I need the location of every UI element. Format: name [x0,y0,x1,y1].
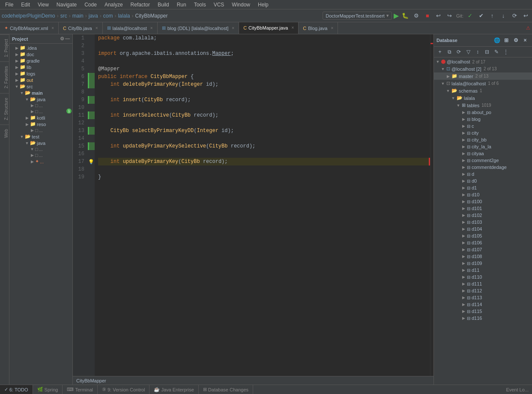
git-history[interactable]: ⟳ [510,11,519,21]
git-checkmark[interactable]: ✓ [465,11,475,21]
menu-file[interactable]: File [2,1,17,9]
collapse-arrow-icon[interactable]: ▶ [25,122,29,126]
expand-arrow-icon[interactable]: ▶ [461,192,466,197]
close-icon[interactable]: × [331,26,333,30]
collapse-arrow-icon[interactable]: ▶ [30,153,34,157]
sidebar-item-structure[interactable]: Z: Structure [0,93,9,124]
menu-view[interactable]: View [34,1,52,9]
tree-item-lib[interactable]: ▶ 📁 lib [9,64,72,70]
filter-button[interactable]: ▽ [464,48,472,56]
db-table-c[interactable]: ▶ ⊟ c [434,123,532,129]
tree-item-test-java-sub1[interactable]: ▼ □ ... [9,146,72,152]
git-update[interactable]: ↑ [487,11,497,21]
breadcrumb-src[interactable]: src [60,13,67,19]
db-table-city-la-la[interactable]: ▶ ⊟ city_la_la [434,143,532,150]
tree-item-test[interactable]: ▼ 📂 test [9,133,72,140]
expand-arrow-icon[interactable]: ▶ [461,268,466,272]
expand-arrow-icon[interactable]: ▶ [461,289,466,293]
add-db-button[interactable]: + [436,48,444,56]
expand-arrow-icon[interactable]: ▶ [461,144,466,149]
collapse-arrow-icon[interactable]: ▶ [30,159,34,164]
bottom-tab-java-enterprise[interactable]: ☕ Java Enterprise [149,385,198,394]
menu-code[interactable]: Code [81,1,100,9]
sync-button[interactable]: ↕ [473,48,482,56]
gear-icon[interactable]: ⚙ [511,36,520,45]
db-item-localhost2[interactable]: ▼ ⊡ @localhost [2] 2 of 13 [434,65,532,72]
db-table-city-bb[interactable]: ▶ ⊟ city_bb [434,136,532,143]
close-icon[interactable]: × [291,25,294,30]
db-table-d116[interactable]: ▶ ⊟ d116 [434,315,532,322]
expand-arrow-icon[interactable]: ▼ [441,67,445,71]
db-item-tables[interactable]: ▼ ⊞ tables 1019 [434,102,532,109]
tree-item-java-sub2[interactable]: ▶ □ ... 1 [9,108,72,114]
db-table-about-po[interactable]: ▶ ⊟ about_po [434,109,532,116]
expand-arrow-icon[interactable]: ▼ [451,96,455,100]
db-table-d1[interactable]: ▶ ⊟ d1 [434,184,532,191]
run-config-selector[interactable]: DoctorMapperTest.testinsert ▾ [323,12,392,20]
expand-arrow-icon[interactable]: ▶ [461,138,466,142]
expand-arrow-icon[interactable]: ▶ [461,316,466,320]
tab-citybb-java[interactable]: C CityBb.java × [59,22,102,34]
tree-item-main[interactable]: ▼ 📂 main [9,90,72,96]
refresh-button[interactable]: ⟳ [454,48,463,56]
collapse-arrow-icon[interactable]: ▼ [25,141,29,145]
db-table-d[interactable]: ▶ ⊟ d [434,171,532,177]
expand-arrow-icon[interactable]: ▶ [461,227,466,231]
debug-button[interactable]: 🐛 [400,11,410,21]
db-table-d11[interactable]: ▶ ⊟ d11 [434,267,532,274]
tree-item-reso-sub1[interactable]: ▶ □ ... [9,127,72,133]
git-commit[interactable]: ✔ [476,11,486,21]
tree-item-java-sub1[interactable]: ▶ □ ... [9,102,72,108]
breadcrumb-lalala[interactable]: lalala [118,13,130,19]
menu-analyze[interactable]: Analyze [101,1,126,9]
code-editor[interactable]: package com.lalala; import org.apache.ib… [95,34,430,376]
bottom-tab-todo[interactable]: ✓ 6: TODO [0,385,33,394]
tree-item-src[interactable]: ▼ 📂 src [9,83,72,90]
table-icon[interactable]: ⊟ [483,48,491,56]
collapse-arrow-icon[interactable]: ▶ [15,65,19,69]
db-table-d106[interactable]: ▶ ⊟ d106 [434,239,532,246]
db-table-comment2ge[interactable]: ▶ ⊟ comment2ge [434,157,532,164]
tree-item-out[interactable]: ▶ 📁 out [9,77,72,83]
expand-arrow-icon[interactable]: ▶ [461,220,466,224]
tree-item-test-java-sub2[interactable]: ▶ □ ... [9,152,72,158]
expand-arrow-icon[interactable]: ▶ [461,302,466,307]
bottom-tab-version-control[interactable]: ⑨ 9: Version Control [98,385,149,394]
tab-blog-java[interactable]: C Blog.java × [299,22,338,34]
tab-citybpmapper-java[interactable]: C CityBbMapper.java × [239,22,299,34]
db-table-d105[interactable]: ▶ ⊟ d105 [434,232,532,239]
collapse-arrow-icon[interactable]: ▶ [15,52,19,57]
stop-button[interactable]: ■ [423,11,432,21]
tree-item-resources[interactable]: ▶ 📁 reso [9,121,72,127]
db-table-d0[interactable]: ▶ ⊟ d0 [434,177,532,184]
bottom-tab-terminal[interactable]: ⌨ Terminal [63,385,98,394]
expand-arrow-icon[interactable]: ▶ [461,261,466,265]
db-table-d114[interactable]: ▶ ⊟ d114 [434,301,532,308]
tab-citybpmapper-xml[interactable]: ✦ CityBbMapper.xml × [0,22,59,34]
menu-edit[interactable]: Edit [18,1,33,9]
expand-arrow-icon[interactable]: ▼ [441,81,445,86]
expand-arrow-icon[interactable]: ▶ [461,247,466,252]
sidebar-item-web[interactable]: Web [0,124,9,142]
tree-item-test-java[interactable]: ▼ 📂 java [9,140,72,146]
db-table-d111[interactable]: ▶ ⊟ d111 [434,280,532,287]
expand-arrow-icon[interactable]: ▶ [461,124,466,128]
expand-arrow-icon[interactable]: ▶ [461,110,466,114]
bottom-tab-database-changes[interactable]: ⊞ Database Changes [199,385,253,394]
db-table-d100[interactable]: ▶ ⊟ d100 [434,198,532,205]
db-table-d110[interactable]: ▶ ⊟ d110 [434,274,532,280]
db-table-d115[interactable]: ▶ ⊟ d115 [434,308,532,315]
collapse-arrow-icon[interactable]: ▼ [20,135,24,139]
expand-arrow-icon[interactable]: ▶ [461,151,466,156]
expand-arrow-icon[interactable]: ▼ [446,89,450,93]
git-revert[interactable]: ↩ [521,11,530,21]
collapse-arrow-icon[interactable]: ▼ [25,97,29,102]
db-table-d112[interactable]: ▶ ⊟ d112 [434,287,532,294]
menu-build[interactable]: Build [154,1,173,9]
menu-navigate[interactable]: Navigate [53,1,80,9]
close-icon[interactable]: × [96,26,98,30]
tree-item-java[interactable]: ▼ 📂 java [9,96,72,102]
tree-item-gradle[interactable]: ▶ 📁 gradle [9,57,72,64]
more-button[interactable]: ⋮ [502,48,510,56]
breadcrumb-file[interactable]: CityBbMapper [135,13,167,19]
